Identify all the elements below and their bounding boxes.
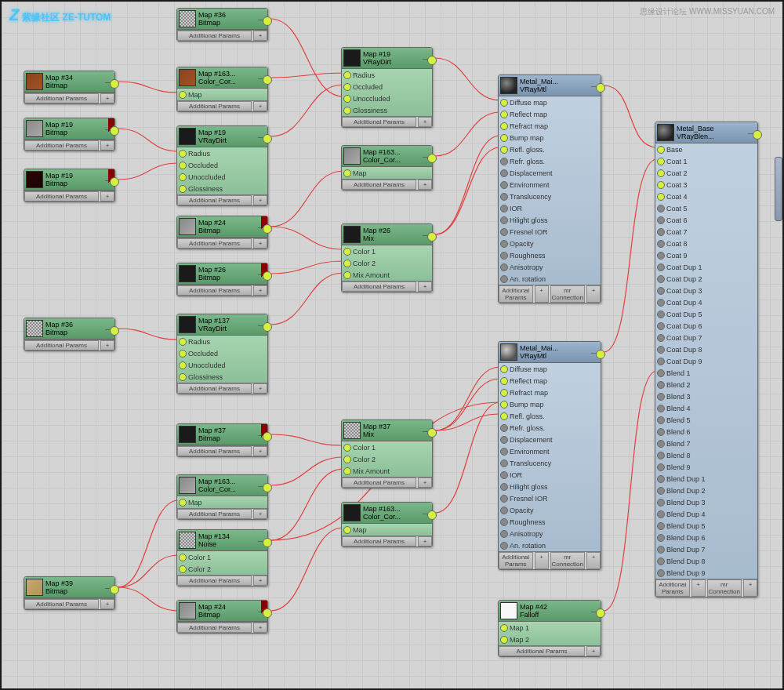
output-port[interactable] (263, 134, 272, 143)
param-mix-amount[interactable]: Mix Amount (342, 269, 432, 281)
input-port[interactable] (500, 134, 508, 142)
output-port[interactable] (263, 432, 272, 441)
param-unoccluded[interactable]: Unoccluded (177, 171, 267, 183)
node-n19[interactable]: Map #37Mix—Color 1Color 2Mix AmountAddit… (341, 419, 433, 488)
node-n24[interactable]: Metal_BaseVRayBlen...—BaseCoat 1Coat 2Co… (655, 122, 758, 597)
param-coat-dup-9[interactable]: Coat Dup 9 (655, 355, 757, 367)
input-port[interactable] (343, 456, 351, 463)
param-displacement[interactable]: Displacement (499, 167, 601, 179)
input-port[interactable] (657, 358, 665, 365)
input-port[interactable] (179, 565, 187, 573)
node-n6[interactable]: Map #19VRayDirt—RadiusOccludedUnoccluded… (176, 125, 268, 206)
param-coat-5[interactable]: Coat 5 (655, 202, 757, 214)
footer-plus[interactable]: + (535, 285, 549, 303)
input-port[interactable] (343, 83, 351, 91)
footer-plus[interactable]: + (253, 285, 267, 296)
node-header[interactable]: Metal_BaseVRayBlen...— (655, 122, 757, 143)
param-blend-2[interactable]: Blend 2 (655, 379, 757, 390)
param-blend-4[interactable]: Blend 4 (655, 402, 757, 414)
footer-plus[interactable]: + (253, 238, 267, 249)
footer-plus[interactable]: + (418, 478, 432, 488)
param-environment[interactable]: Environment (499, 179, 601, 191)
footer-plus[interactable]: + (253, 509, 267, 519)
footer-additional[interactable]: Additional Params (499, 285, 533, 303)
param-coat-dup-6[interactable]: Coat Dup 6 (655, 320, 757, 332)
param-occluded[interactable]: Occluded (342, 81, 432, 93)
input-port[interactable] (500, 365, 508, 373)
param-map[interactable]: Map (342, 167, 432, 179)
footer-additional[interactable]: Additional Params (177, 576, 252, 586)
param-blend-dup-8[interactable]: Blend Dup 8 (655, 555, 757, 567)
param-roughness[interactable]: Roughness (499, 516, 601, 528)
input-port[interactable] (657, 381, 665, 389)
node-n21[interactable]: Metal_Mai...VRayMtl—Diffuse mapReflect m… (498, 74, 601, 303)
param-base[interactable]: Base (655, 143, 757, 155)
footer-mr[interactable]: mr Connection (707, 579, 742, 597)
output-port[interactable] (263, 224, 272, 234)
footer-plus[interactable]: + (418, 180, 432, 190)
param-displacement[interactable]: Displacement (499, 434, 601, 445)
node-header[interactable]: Map #137VRayDirt— (177, 314, 267, 336)
output-port[interactable] (263, 271, 272, 281)
input-port[interactable] (343, 260, 351, 267)
input-port[interactable] (343, 444, 351, 452)
footer-additional[interactable]: Additional Params (24, 599, 99, 609)
param-map-2[interactable]: Map 2 (499, 634, 601, 645)
footer-additional[interactable]: Additional Params (177, 238, 252, 249)
input-port[interactable] (500, 252, 508, 260)
input-port[interactable] (657, 334, 665, 342)
node-header[interactable]: Map #34Bitmap— (24, 71, 114, 93)
node-n13[interactable]: Map #134Noise—Color 1Color 2Additional P… (176, 529, 268, 586)
param-blend-9[interactable]: Blend 9 (655, 461, 757, 473)
input-port[interactable] (500, 377, 508, 385)
input-port[interactable] (657, 169, 665, 177)
footer-additional[interactable]: Additional Params (342, 281, 416, 292)
node-header[interactable]: Map #26Bitmap— (177, 263, 267, 285)
node-header[interactable]: Map #26Mix— (342, 224, 432, 245)
input-port[interactable] (657, 252, 665, 260)
footer-plus[interactable]: + (743, 579, 757, 597)
param-blend-7[interactable]: Blend 7 (655, 438, 757, 449)
input-port[interactable] (343, 271, 351, 279)
param-coat-dup-4[interactable]: Coat Dup 4 (655, 296, 757, 308)
input-port[interactable] (500, 228, 508, 236)
input-port[interactable] (500, 542, 508, 550)
input-port[interactable] (500, 448, 508, 456)
param-color-2[interactable]: Color 2 (342, 453, 432, 465)
input-port[interactable] (500, 459, 508, 467)
node-header[interactable]: Map #24Bitmap— (177, 601, 267, 622)
node-header[interactable]: Map #134Noise— (177, 530, 267, 551)
param-ior[interactable]: IOR (499, 202, 601, 214)
output-port[interactable] (596, 608, 605, 618)
param-anisotropy[interactable]: Anisotropy (499, 261, 601, 273)
output-port[interactable] (110, 177, 119, 187)
param-color-1[interactable]: Color 1 (177, 551, 267, 563)
node-header[interactable]: Map #163...Color_Cor...— (177, 67, 267, 89)
input-port[interactable] (657, 287, 665, 295)
sidebar-handle[interactable] (775, 157, 782, 221)
param-bump-map[interactable]: Bump map (499, 398, 601, 410)
node-header[interactable]: Map #36Bitmap— (177, 9, 267, 30)
footer-additional[interactable]: Additional Params (499, 552, 533, 569)
footer-plus[interactable]: + (253, 195, 267, 205)
input-port[interactable] (657, 228, 665, 236)
param-blend-6[interactable]: Blend 6 (655, 426, 757, 438)
footer-additional[interactable]: Additional Params (177, 623, 252, 633)
input-port[interactable] (657, 205, 665, 212)
footer-plus[interactable]: + (418, 117, 432, 127)
input-port[interactable] (179, 185, 187, 193)
output-port[interactable] (596, 83, 605, 93)
input-port[interactable] (500, 424, 508, 432)
output-port[interactable] (263, 538, 272, 547)
footer-additional[interactable]: Additional Params (24, 140, 99, 151)
param-color-2[interactable]: Color 2 (177, 563, 267, 575)
node-header[interactable]: Map #19VRayDirt— (342, 48, 432, 69)
node-header[interactable]: Map #24Bitmap— (177, 216, 267, 238)
node-header[interactable]: Map #163...Color_Cor...— (342, 146, 432, 167)
footer-additional[interactable]: Additional Params (342, 536, 416, 547)
param-coat-8[interactable]: Coat 8 (655, 238, 757, 249)
input-port[interactable] (500, 471, 508, 479)
param-refr-gloss-[interactable]: Refr. gloss. (499, 422, 601, 434)
footer-plus[interactable]: + (535, 552, 549, 569)
input-port[interactable] (657, 440, 665, 448)
